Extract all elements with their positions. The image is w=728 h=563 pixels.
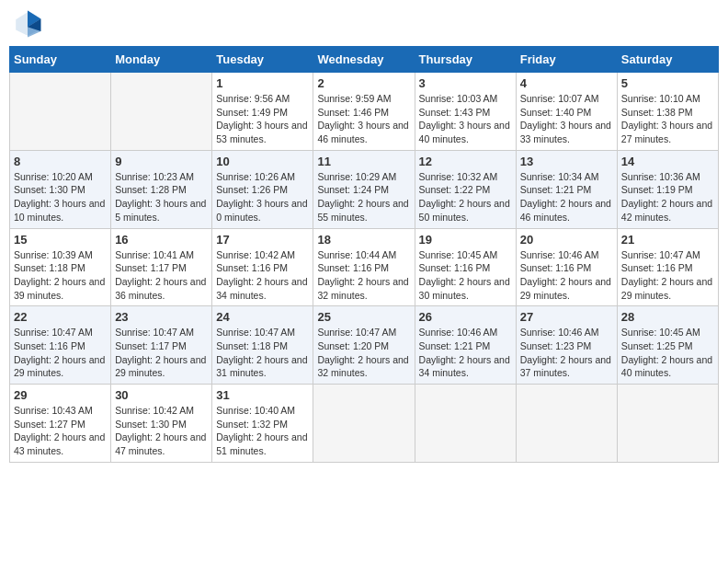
calendar-cell: 11Sunrise: 10:29 AMSunset: 1:24 PMDaylig… (313, 150, 415, 228)
day-header-wednesday: Wednesday (313, 47, 415, 73)
calendar-cell: 5Sunrise: 10:10 AMSunset: 1:38 PMDayligh… (617, 73, 718, 151)
day-header-sunday: Sunday (10, 47, 111, 73)
calendar-cell: 4Sunrise: 10:07 AMSunset: 1:40 PMDayligh… (516, 73, 617, 151)
calendar-cell: 24Sunrise: 10:47 AMSunset: 1:18 PMDaylig… (212, 306, 313, 385)
calendar-cell: 10Sunrise: 10:26 AMSunset: 1:26 PMDaylig… (212, 150, 313, 228)
calendar-cell: 12Sunrise: 10:32 AMSunset: 1:22 PMDaylig… (415, 150, 516, 228)
calendar-cell: 31Sunrise: 10:40 AMSunset: 1:32 PMDaylig… (212, 385, 313, 463)
day-number: 29 (14, 388, 107, 402)
day-header-thursday: Thursday (415, 47, 516, 73)
day-info: Sunrise: 10:36 AMSunset: 1:19 PMDaylight… (621, 170, 714, 224)
calendar-cell (111, 73, 212, 151)
day-number: 11 (317, 155, 410, 168)
calendar-cell: 2Sunrise: 9:59 AMSunset: 1:46 PMDaylight… (313, 73, 415, 151)
calendar-cell: 19Sunrise: 10:45 AMSunset: 1:16 PMDaylig… (415, 228, 516, 306)
day-info: Sunrise: 10:42 AMSunset: 1:30 PMDaylight… (115, 404, 208, 458)
calendar-cell (516, 385, 617, 463)
day-number: 24 (216, 310, 309, 324)
day-number: 1 (216, 76, 309, 90)
calendar-cell: 17Sunrise: 10:42 AMSunset: 1:16 PMDaylig… (212, 228, 313, 306)
calendar-cell: 21Sunrise: 10:47 AMSunset: 1:16 PMDaylig… (617, 228, 718, 306)
day-number: 13 (520, 155, 613, 168)
day-info: Sunrise: 10:20 AMSunset: 1:30 PMDaylight… (14, 170, 107, 224)
day-info: Sunrise: 10:10 AMSunset: 1:38 PMDaylight… (621, 92, 714, 146)
day-info: Sunrise: 10:41 AMSunset: 1:17 PMDaylight… (115, 248, 208, 303)
day-info: Sunrise: 10:23 AMSunset: 1:28 PMDaylight… (115, 170, 208, 224)
day-number: 31 (216, 388, 309, 402)
day-number: 21 (621, 233, 714, 247)
day-number: 19 (419, 233, 512, 247)
day-info: Sunrise: 10:40 AMSunset: 1:32 PMDaylight… (216, 404, 309, 458)
day-info: Sunrise: 9:56 AMSunset: 1:49 PMDaylight:… (216, 92, 309, 146)
day-number: 8 (14, 155, 107, 168)
day-info: Sunrise: 10:34 AMSunset: 1:21 PMDaylight… (520, 170, 613, 224)
calendar-cell: 20Sunrise: 10:46 AMSunset: 1:16 PMDaylig… (516, 228, 617, 306)
day-info: Sunrise: 10:46 AMSunset: 1:16 PMDaylight… (520, 248, 613, 303)
calendar-cell: 29Sunrise: 10:43 AMSunset: 1:27 PMDaylig… (10, 385, 111, 463)
day-info: Sunrise: 10:29 AMSunset: 1:24 PMDaylight… (317, 170, 410, 224)
day-info: Sunrise: 10:03 AMSunset: 1:43 PMDaylight… (419, 92, 512, 146)
day-number: 17 (216, 233, 309, 247)
day-info: Sunrise: 10:45 AMSunset: 1:25 PMDaylight… (621, 326, 714, 380)
day-info: Sunrise: 10:47 AMSunset: 1:16 PMDaylight… (14, 326, 107, 380)
day-info: Sunrise: 10:45 AMSunset: 1:16 PMDaylight… (419, 248, 512, 303)
day-info: Sunrise: 10:47 AMSunset: 1:17 PMDaylight… (115, 326, 208, 380)
calendar-cell (617, 385, 718, 463)
day-number: 4 (520, 76, 613, 90)
day-info: Sunrise: 10:47 AMSunset: 1:20 PMDaylight… (317, 326, 410, 380)
calendar-cell: 26Sunrise: 10:46 AMSunset: 1:21 PMDaylig… (415, 306, 516, 385)
day-number: 14 (621, 155, 714, 168)
calendar-cell: 23Sunrise: 10:47 AMSunset: 1:17 PMDaylig… (111, 306, 212, 385)
calendar-table: SundayMondayTuesdayWednesdayThursdayFrid… (9, 46, 719, 463)
day-number: 12 (419, 155, 512, 168)
day-info: Sunrise: 9:59 AMSunset: 1:46 PMDaylight:… (317, 92, 410, 146)
day-info: Sunrise: 10:46 AMSunset: 1:23 PMDaylight… (520, 326, 613, 380)
day-header-saturday: Saturday (617, 47, 718, 73)
day-number: 27 (520, 310, 613, 324)
day-header-tuesday: Tuesday (212, 47, 313, 73)
calendar-cell: 25Sunrise: 10:47 AMSunset: 1:20 PMDaylig… (313, 306, 415, 385)
calendar-cell: 30Sunrise: 10:42 AMSunset: 1:30 PMDaylig… (111, 385, 212, 463)
day-number: 2 (317, 76, 410, 90)
calendar-cell: 3Sunrise: 10:03 AMSunset: 1:43 PMDayligh… (415, 73, 516, 151)
day-info: Sunrise: 10:43 AMSunset: 1:27 PMDaylight… (14, 404, 107, 458)
page-header (9, 9, 719, 39)
day-number: 5 (621, 76, 714, 90)
day-info: Sunrise: 10:07 AMSunset: 1:40 PMDaylight… (520, 92, 613, 146)
calendar-cell (415, 385, 516, 463)
day-info: Sunrise: 10:44 AMSunset: 1:16 PMDaylight… (317, 248, 410, 303)
day-number: 20 (520, 233, 613, 247)
calendar-cell: 16Sunrise: 10:41 AMSunset: 1:17 PMDaylig… (111, 228, 212, 306)
day-number: 22 (14, 310, 107, 324)
day-info: Sunrise: 10:42 AMSunset: 1:16 PMDaylight… (216, 248, 309, 303)
day-number: 26 (419, 310, 512, 324)
day-number: 30 (115, 388, 208, 402)
calendar-cell (10, 73, 111, 151)
day-number: 18 (317, 233, 410, 247)
calendar-cell: 8Sunrise: 10:20 AMSunset: 1:30 PMDayligh… (10, 150, 111, 228)
day-info: Sunrise: 10:26 AMSunset: 1:26 PMDaylight… (216, 170, 309, 224)
day-info: Sunrise: 10:32 AMSunset: 1:22 PMDaylight… (419, 170, 512, 224)
day-number: 3 (419, 76, 512, 90)
calendar-cell: 27Sunrise: 10:46 AMSunset: 1:23 PMDaylig… (516, 306, 617, 385)
day-info: Sunrise: 10:46 AMSunset: 1:21 PMDaylight… (419, 326, 512, 380)
day-number: 23 (115, 310, 208, 324)
day-info: Sunrise: 10:47 AMSunset: 1:18 PMDaylight… (216, 326, 309, 380)
calendar-cell: 14Sunrise: 10:36 AMSunset: 1:19 PMDaylig… (617, 150, 718, 228)
calendar-cell: 13Sunrise: 10:34 AMSunset: 1:21 PMDaylig… (516, 150, 617, 228)
calendar-cell: 9Sunrise: 10:23 AMSunset: 1:28 PMDayligh… (111, 150, 212, 228)
calendar-cell: 28Sunrise: 10:45 AMSunset: 1:25 PMDaylig… (617, 306, 718, 385)
day-number: 25 (317, 310, 410, 324)
day-number: 15 (14, 233, 107, 247)
day-number: 9 (115, 155, 208, 168)
calendar-cell: 18Sunrise: 10:44 AMSunset: 1:16 PMDaylig… (313, 228, 415, 306)
calendar-cell: 15Sunrise: 10:39 AMSunset: 1:18 PMDaylig… (10, 228, 111, 306)
day-header-friday: Friday (516, 47, 617, 73)
day-number: 16 (115, 233, 208, 247)
logo-icon (13, 9, 42, 39)
day-info: Sunrise: 10:47 AMSunset: 1:16 PMDaylight… (621, 248, 714, 303)
day-number: 10 (216, 155, 309, 168)
day-number: 28 (621, 310, 714, 324)
calendar-cell: 22Sunrise: 10:47 AMSunset: 1:16 PMDaylig… (10, 306, 111, 385)
day-info: Sunrise: 10:39 AMSunset: 1:18 PMDaylight… (14, 248, 107, 303)
